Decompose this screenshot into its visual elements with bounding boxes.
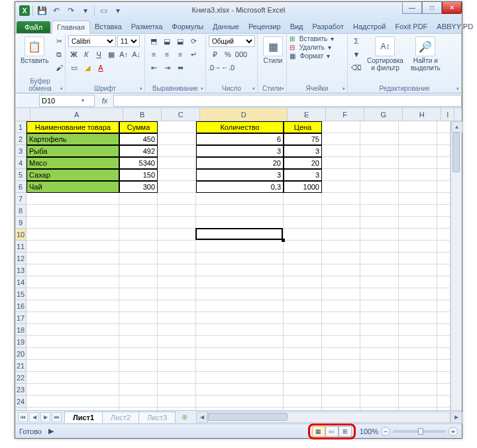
sheet-nav-next[interactable]: ▶ bbox=[40, 412, 50, 422]
cell-F20[interactable] bbox=[322, 348, 360, 360]
tab-рецензир[interactable]: Рецензир bbox=[244, 21, 286, 33]
qat-customize-button[interactable]: ▾ bbox=[80, 5, 91, 17]
row-header-5[interactable]: 5 bbox=[15, 169, 26, 181]
name-box[interactable]: ▾ bbox=[39, 95, 95, 107]
cell-I11[interactable] bbox=[437, 241, 450, 252]
cell-C15[interactable] bbox=[158, 288, 196, 300]
cell-C8[interactable] bbox=[158, 205, 196, 217]
cell-D12[interactable] bbox=[196, 252, 284, 264]
cell-E15[interactable] bbox=[284, 288, 322, 300]
row-header-11[interactable]: 11 bbox=[15, 241, 26, 252]
cell-G18[interactable] bbox=[360, 324, 399, 336]
cell-H1[interactable] bbox=[399, 121, 437, 133]
cell-I16[interactable] bbox=[437, 300, 450, 312]
cell-H17[interactable] bbox=[399, 312, 437, 324]
cell-F17[interactable] bbox=[322, 312, 360, 324]
col-header-I[interactable]: I bbox=[441, 108, 454, 121]
scroll-right-button[interactable]: ▶ bbox=[450, 412, 462, 423]
cell-H14[interactable] bbox=[399, 276, 437, 288]
tab-данные[interactable]: Данные bbox=[208, 21, 244, 33]
cell-F10[interactable] bbox=[322, 229, 360, 241]
zoom-level[interactable]: 100% bbox=[360, 427, 378, 435]
cell-D14[interactable] bbox=[196, 276, 284, 288]
cell-A9[interactable] bbox=[26, 217, 119, 229]
cell-I1[interactable] bbox=[437, 121, 450, 133]
cell-A12[interactable] bbox=[26, 252, 119, 264]
cell-G20[interactable] bbox=[360, 348, 399, 360]
cell-E6[interactable]: 1000 bbox=[284, 181, 322, 193]
cut-button[interactable]: ✂ bbox=[53, 35, 65, 47]
cell-E24[interactable] bbox=[284, 396, 322, 408]
tab-abbyy pd[interactable]: ABBYY PD bbox=[432, 21, 477, 33]
align-right-button[interactable]: ≡ bbox=[174, 48, 186, 60]
cell-C2[interactable] bbox=[158, 133, 196, 145]
cell-E3[interactable]: 3 bbox=[284, 145, 322, 157]
row-header-15[interactable]: 15 bbox=[15, 288, 26, 300]
cell-D13[interactable] bbox=[196, 264, 284, 276]
row-header-7[interactable]: 7 bbox=[15, 193, 26, 205]
cell-G24[interactable] bbox=[360, 396, 399, 408]
cells-format-button[interactable]: ▦ Формат ▾ bbox=[290, 52, 344, 60]
align-bottom-button[interactable]: ⬓ bbox=[174, 35, 186, 47]
cell-E22[interactable] bbox=[284, 372, 322, 384]
sheet-nav-prev[interactable]: ◀ bbox=[29, 412, 39, 422]
col-header-H[interactable]: H bbox=[403, 108, 441, 121]
cell-F23[interactable] bbox=[322, 384, 360, 396]
cell-A4[interactable]: Мясо bbox=[26, 157, 119, 169]
row-header-1[interactable]: 1 bbox=[15, 121, 26, 133]
cell-I13[interactable] bbox=[437, 264, 450, 276]
cell-D9[interactable] bbox=[196, 217, 284, 229]
cell-B10[interactable] bbox=[119, 229, 158, 241]
cell-C12[interactable] bbox=[158, 252, 196, 264]
cell-F12[interactable] bbox=[322, 252, 360, 264]
cell-B24[interactable] bbox=[119, 396, 158, 408]
cell-I4[interactable] bbox=[437, 157, 450, 169]
increase-decimal-button[interactable]: .0→ bbox=[209, 62, 221, 74]
cell-I15[interactable] bbox=[437, 288, 450, 300]
cell-G16[interactable] bbox=[360, 300, 399, 312]
cell-C22[interactable] bbox=[158, 372, 196, 384]
cell-D1[interactable]: Количество bbox=[196, 121, 284, 133]
fill-color-button[interactable]: ◢ bbox=[81, 62, 93, 74]
cell-D23[interactable] bbox=[196, 384, 284, 396]
cell-A17[interactable] bbox=[26, 312, 119, 324]
cell-G9[interactable] bbox=[360, 217, 399, 229]
cell-A8[interactable] bbox=[26, 205, 119, 217]
merge-button[interactable]: ⬌ bbox=[174, 62, 186, 74]
cell-G8[interactable] bbox=[360, 205, 399, 217]
cell-H18[interactable] bbox=[399, 324, 437, 336]
tab-формулы[interactable]: Формулы bbox=[167, 21, 208, 33]
cell-G19[interactable] bbox=[360, 336, 399, 348]
increase-indent-button[interactable]: ⇥ bbox=[161, 62, 173, 74]
cell-B5[interactable]: 150 bbox=[119, 169, 158, 181]
qat-touch-button[interactable]: ▭ bbox=[97, 5, 109, 17]
cell-E16[interactable] bbox=[284, 300, 322, 312]
cell-C7[interactable] bbox=[158, 193, 196, 205]
cell-E9[interactable] bbox=[284, 217, 322, 229]
cell-F5[interactable] bbox=[322, 169, 360, 181]
cell-E11[interactable] bbox=[284, 241, 322, 252]
cell-H2[interactable] bbox=[399, 133, 437, 145]
cell-I24[interactable] bbox=[437, 396, 450, 408]
tab-разработ[interactable]: Разработ bbox=[308, 21, 348, 33]
cell-H16[interactable] bbox=[399, 300, 437, 312]
bold-button[interactable]: Ж bbox=[68, 48, 80, 60]
cell-I19[interactable] bbox=[437, 336, 450, 348]
autosum-button[interactable]: Σ bbox=[350, 35, 362, 47]
cell-C3[interactable] bbox=[158, 145, 196, 157]
cell-C6[interactable] bbox=[158, 181, 196, 193]
cell-A14[interactable] bbox=[26, 276, 119, 288]
qat-redo-button[interactable]: ↷ bbox=[65, 5, 77, 17]
zoom-out-button[interactable]: − bbox=[381, 427, 390, 436]
tab-главная[interactable]: Главная bbox=[52, 21, 90, 34]
cell-A18[interactable] bbox=[26, 324, 119, 336]
cell-D19[interactable] bbox=[196, 336, 284, 348]
vscroll-thumb[interactable] bbox=[452, 133, 460, 172]
col-header-G[interactable]: G bbox=[364, 108, 403, 121]
cell-F2[interactable] bbox=[322, 133, 360, 145]
cell-G22[interactable] bbox=[360, 372, 399, 384]
cell-C21[interactable] bbox=[158, 360, 196, 372]
cell-C11[interactable] bbox=[158, 241, 196, 252]
vertical-scrollbar[interactable]: ▲ ▼ bbox=[450, 121, 462, 423]
maximize-button[interactable]: □ bbox=[422, 2, 442, 14]
